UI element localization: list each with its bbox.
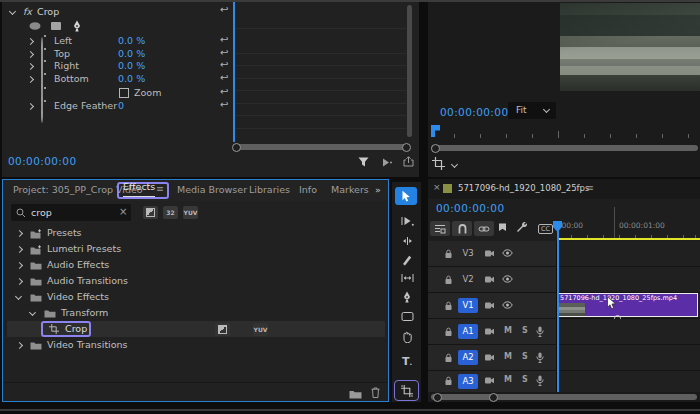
program-scrollbar[interactable] — [431, 145, 698, 151]
track-name-a2[interactable]: A2 — [458, 350, 478, 365]
mute-button[interactable]: M — [504, 352, 512, 361]
filter-funnel-icon[interactable] — [358, 157, 369, 167]
param-value[interactable]: 0 — [118, 100, 124, 111]
rect-mask-icon[interactable] — [50, 21, 62, 31]
source-patch-icon[interactable] — [484, 353, 495, 362]
crop-button-chevron-icon[interactable] — [451, 161, 458, 168]
tree-item-audio-transitions[interactable]: Audio Transitions — [3, 273, 388, 289]
track-name-v1[interactable]: V1 — [458, 298, 478, 313]
search-clear-icon[interactable]: × — [119, 206, 127, 217]
eye-icon[interactable] — [502, 275, 513, 283]
track-content[interactable] — [556, 241, 700, 266]
lock-icon[interactable] — [444, 249, 453, 259]
mic-icon[interactable] — [536, 326, 544, 337]
param-expander-icon[interactable] — [27, 75, 34, 82]
tab-markers[interactable]: Markers — [331, 180, 369, 200]
program-timecode[interactable]: 00:00:00:00 — [440, 106, 508, 118]
new-bin-icon[interactable] — [349, 389, 362, 399]
param-reset-icon[interactable]: ↩ — [220, 100, 228, 110]
selection-tool[interactable] — [395, 187, 417, 205]
linked-selection-button[interactable] — [474, 221, 494, 236]
expander-icon[interactable] — [16, 230, 23, 237]
source-patch-icon[interactable] — [484, 249, 495, 258]
mute-button[interactable]: M — [504, 326, 512, 335]
track-select-forward-tool[interactable] — [400, 215, 414, 226]
expander-icon[interactable] — [29, 309, 36, 316]
32bit-color-badge[interactable]: 32 — [163, 206, 178, 219]
tab-media-browser[interactable]: Media Browser — [177, 180, 247, 200]
timeline-scrollbar[interactable] — [431, 394, 697, 400]
effect-controls-zoom-bar[interactable] — [234, 144, 410, 150]
tree-item-crop[interactable]: Crop YUV — [7, 321, 385, 337]
tab-overflow-chevron[interactable]: » — [375, 180, 381, 200]
program-playhead-icon[interactable] — [431, 125, 440, 137]
stopwatch-icon[interactable] — [41, 102, 43, 123]
rectangle-tool[interactable] — [400, 310, 414, 322]
timeline-clip[interactable]: 5717096-hd_1920_1080_25fps.mp4 — [557, 293, 698, 317]
pen-mask-icon[interactable] — [72, 20, 82, 32]
param-value[interactable]: 0.0 % — [118, 60, 145, 71]
tree-item-video-effects[interactable]: Video Effects — [3, 289, 388, 305]
sequence-tab-name[interactable]: 5717096-hd_1920_1080_25fps — [458, 183, 589, 193]
tree-item-presets[interactable]: Presets — [3, 225, 388, 241]
mic-icon[interactable] — [536, 375, 544, 386]
track-content[interactable] — [556, 371, 700, 392]
tree-item-transform[interactable]: Transform — [3, 305, 388, 321]
param-expander-icon[interactable] — [27, 63, 34, 70]
param-reset-icon[interactable]: ↩ — [220, 48, 228, 58]
sequence-close-icon[interactable]: × — [433, 182, 441, 192]
track-content[interactable] — [556, 267, 700, 292]
type-tool[interactable]: T. — [400, 356, 414, 369]
timeline-settings-wrench-icon[interactable] — [516, 222, 527, 233]
expander-icon[interactable] — [16, 278, 23, 285]
track-content[interactable] — [556, 345, 700, 370]
trash-icon[interactable] — [371, 387, 380, 398]
timeline-playhead-line[interactable] — [557, 229, 559, 392]
solo-button[interactable]: S — [522, 326, 528, 335]
ripple-edit-tool[interactable] — [400, 235, 414, 246]
search-box[interactable]: crop × — [11, 204, 131, 221]
effect-collapse-chevron-icon[interactable] — [9, 8, 16, 15]
source-patch-icon[interactable] — [484, 376, 495, 385]
captions-button[interactable]: CC — [538, 224, 553, 234]
hand-tool[interactable] — [401, 330, 413, 343]
lock-icon[interactable] — [444, 301, 453, 311]
export-icon[interactable] — [403, 156, 414, 167]
eye-icon[interactable] — [502, 249, 513, 257]
expander-icon[interactable] — [16, 342, 23, 349]
tree-item-audio-effects[interactable]: Audio Effects — [3, 257, 388, 273]
mute-button[interactable]: M — [504, 375, 512, 384]
track-name-a3[interactable]: A3 — [458, 374, 478, 389]
lock-icon[interactable] — [444, 275, 453, 285]
timeline-zoom-handle-right[interactable] — [489, 393, 498, 402]
tree-item-lumetri-presets[interactable]: Lumetri Presets — [3, 241, 388, 257]
source-patch-icon[interactable] — [484, 327, 495, 336]
add-marker-icon[interactable] — [498, 223, 507, 234]
sequence-menu-icon[interactable]: ≡ — [586, 182, 594, 193]
zoom-checkbox[interactable] — [119, 88, 129, 98]
expander-icon[interactable] — [15, 293, 22, 300]
param-value[interactable]: 0.0 % — [118, 48, 145, 59]
effect-reset-icon[interactable]: ↩ — [220, 5, 228, 15]
source-patch-icon[interactable] — [484, 301, 495, 310]
param-reset-icon[interactable]: ↩ — [220, 87, 228, 97]
crop-tool-highlighted[interactable] — [394, 380, 419, 401]
param-expander-icon[interactable] — [27, 38, 34, 45]
timeline-timecode[interactable]: 00:00:00:00 — [436, 202, 504, 214]
lock-icon[interactable] — [444, 376, 453, 386]
effect-keyframe-area[interactable] — [234, 4, 406, 139]
expander-icon[interactable] — [16, 262, 23, 269]
pen-tool[interactable] — [401, 290, 413, 303]
yuv-effects-badge[interactable]: YUV — [183, 206, 198, 219]
track-name-v2[interactable]: V2 — [458, 272, 478, 287]
tree-item-video-transitions[interactable]: Video Transitions — [3, 337, 388, 353]
track-name-v3[interactable]: V3 — [458, 246, 478, 261]
param-reset-icon[interactable]: ↩ — [220, 73, 228, 83]
snap-toggle-button[interactable] — [452, 221, 472, 236]
ellipse-mask-icon[interactable] — [28, 21, 42, 31]
nest-toggle-button[interactable] — [430, 221, 450, 236]
track-content[interactable] — [556, 319, 700, 344]
timeline-ruler[interactable]: :00:00 00:00:01:00 — [556, 219, 700, 239]
lock-icon[interactable] — [444, 353, 453, 363]
program-mini-ruler[interactable] — [444, 126, 698, 138]
